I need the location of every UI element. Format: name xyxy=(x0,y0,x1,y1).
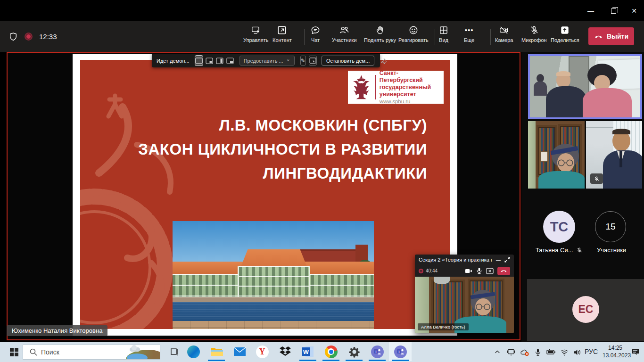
tray-wifi-button[interactable] xyxy=(559,347,570,357)
pip-stop-share-button[interactable] xyxy=(486,268,494,274)
pip-title: Секция 2 «Теория и практика преп... xyxy=(419,257,492,263)
react-button[interactable]: Реагировать xyxy=(398,25,429,43)
participants-button[interactable]: Участники xyxy=(332,25,357,43)
pip-call-window[interactable]: Секция 2 «Теория и практика преп... — 40… xyxy=(415,255,514,333)
tray-chevron-button[interactable] xyxy=(492,347,503,357)
teams-icon: T xyxy=(371,346,384,358)
tray-language-button[interactable]: РУС xyxy=(585,342,598,361)
meeting-timer: 12:33 xyxy=(39,33,57,41)
window-close-button[interactable]: ✕ xyxy=(627,6,641,16)
stop-sharing-button[interactable]: Остановить дем... xyxy=(322,56,374,66)
pip-mic-button[interactable] xyxy=(476,267,482,274)
slide-title-line1: Л.В. МОСКОВКИН (СПБГУ) xyxy=(97,113,427,137)
pip-camera-button[interactable] xyxy=(465,268,472,274)
share-button[interactable]: Поделиться xyxy=(551,25,579,43)
search-input[interactable] xyxy=(41,348,112,356)
taskbar-yandex-button[interactable]: Y xyxy=(251,342,273,361)
teams-icon: T xyxy=(394,346,407,358)
participants-icon xyxy=(339,25,349,35)
active-speaker-video[interactable] xyxy=(528,54,642,119)
more-button[interactable]: ••• Еще xyxy=(464,25,474,43)
window-titlebar: — ✕ xyxy=(0,0,644,21)
dropbox-icon xyxy=(279,346,291,357)
settings-gear-icon xyxy=(348,346,360,358)
logo-line3: университет xyxy=(380,91,440,98)
windows-taskbar: Y W T T xyxy=(0,342,644,362)
participant-video[interactable] xyxy=(528,121,585,189)
word-icon: W xyxy=(302,346,314,357)
window-restore-button[interactable] xyxy=(606,6,620,16)
screen-cast-icon xyxy=(507,348,515,356)
pip-minimize-button[interactable]: — xyxy=(496,257,501,263)
overflow-participants-tile[interactable]: 15 xyxy=(595,211,626,242)
tray-battery-button[interactable] xyxy=(546,347,556,357)
raise-hand-button[interactable]: Поднять руку xyxy=(364,25,396,43)
mic-off-icon xyxy=(594,176,600,182)
tray-volume-button[interactable] xyxy=(572,347,582,357)
tray-screenshare-button[interactable] xyxy=(506,347,516,357)
annotate-button[interactable]: ✎ xyxy=(300,56,306,66)
mic-off-icon xyxy=(576,247,583,254)
restore-icon xyxy=(611,8,616,14)
battery-icon xyxy=(546,349,556,355)
mic-icon xyxy=(535,348,541,356)
taskbar-chrome-button[interactable] xyxy=(320,342,342,361)
pointer-button[interactable] xyxy=(309,56,317,66)
pip-stop-share-icon xyxy=(486,268,494,274)
participant-video[interactable] xyxy=(586,121,642,189)
participants-count-label: Участники xyxy=(597,247,626,254)
pip-hangup-button[interactable] xyxy=(497,267,510,275)
participant-name-tc: Татьяна Си... xyxy=(536,247,583,254)
layout-bottom-button[interactable] xyxy=(226,56,234,66)
pen-icon: ✎ xyxy=(301,58,305,64)
taskbar-mail-button[interactable] xyxy=(228,342,251,361)
react-icon xyxy=(408,25,419,35)
manage-button[interactable]: Управлять xyxy=(243,25,268,43)
give-control-dropdown[interactable]: Предоставить ... ⌄ xyxy=(239,56,295,66)
edge-icon xyxy=(187,346,200,358)
presentation-slide: Санкт-Петербургский государственный унив… xyxy=(73,54,457,336)
logo-line1: Санкт-Петербургский xyxy=(380,70,440,84)
taskbar-settings-button[interactable] xyxy=(343,342,365,361)
start-button[interactable] xyxy=(5,346,24,358)
action-center-button[interactable] xyxy=(630,347,640,356)
search-highlights-thumbnail[interactable] xyxy=(116,345,160,359)
speaker-icon xyxy=(573,349,581,356)
participant-avatar-ec: ЕС xyxy=(572,296,599,323)
chevron-down-icon: ⌄ xyxy=(286,56,290,62)
screen-pointer-icon xyxy=(309,58,316,64)
manage-icon xyxy=(251,25,261,35)
shared-screen-region: Санкт-Петербургский государственный унив… xyxy=(7,52,520,340)
participant-avatar-tc[interactable]: ТС xyxy=(543,211,575,243)
tray-microphone-button[interactable] xyxy=(533,347,543,357)
windows-logo-icon xyxy=(10,348,18,356)
tray-onedrive-button[interactable] xyxy=(520,347,530,357)
leave-button[interactable]: Выйти xyxy=(588,27,634,45)
pin-icon[interactable] xyxy=(380,58,387,64)
window-minimize-button[interactable]: — xyxy=(584,6,598,16)
taskbar-teams-active-button[interactable]: T xyxy=(389,342,412,361)
content-button[interactable]: Контент xyxy=(272,25,292,43)
participant-tile-ec[interactable]: ЕС xyxy=(527,279,644,341)
expand-icon xyxy=(504,257,510,263)
spbu-eagle-emblem-icon xyxy=(352,74,371,100)
camera-button[interactable]: Камера xyxy=(495,25,513,43)
taskbar-word-button[interactable]: W xyxy=(297,342,319,361)
taskbar-dropbox-button[interactable] xyxy=(274,342,297,361)
taskbar-explorer-button[interactable] xyxy=(205,342,228,361)
layout-overlay-button[interactable] xyxy=(206,56,213,66)
taskbar-search[interactable] xyxy=(23,345,160,360)
chat-button[interactable]: Чат xyxy=(310,25,321,43)
pip-expand-button[interactable] xyxy=(504,257,510,263)
view-button[interactable]: Вид xyxy=(438,25,449,43)
taskbar-teams-button[interactable]: T xyxy=(366,342,388,361)
layout-full-button[interactable] xyxy=(195,56,203,66)
tray-clock-button[interactable]: 14:25 13.04.2023 xyxy=(603,344,628,359)
layout-side-button[interactable] xyxy=(216,56,223,66)
microphone-button[interactable]: Микрофон xyxy=(521,25,547,43)
share-control-bar: Идет демон... Предоставить ... ⌄ ✎ Остан… xyxy=(152,54,380,67)
svg-text:T: T xyxy=(375,350,377,354)
taskbar-edge-button[interactable] xyxy=(182,342,205,361)
pip-recording-icon xyxy=(419,269,423,273)
content-icon xyxy=(277,25,287,35)
